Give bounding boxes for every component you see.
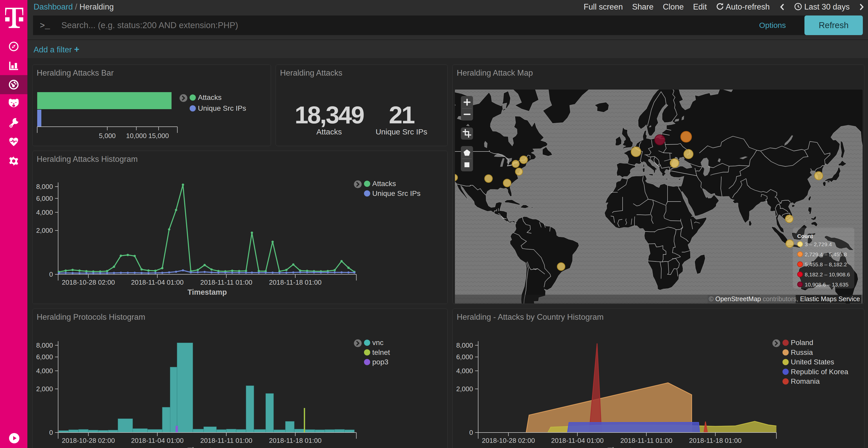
svg-text:2018-11-11 01:00: 2018-11-11 01:00 — [620, 437, 672, 444]
svg-text:United States: United States — [791, 358, 834, 366]
svg-text:2018-10-28 02:00: 2018-10-28 02:00 — [62, 278, 115, 286]
svg-text:0: 0 — [49, 271, 53, 278]
svg-text:5,000: 5,000 — [99, 132, 116, 140]
svg-text:8,000: 8,000 — [36, 341, 53, 349]
svg-text:2,729.4 – 5,455.8: 2,729.4 – 5,455.8 — [805, 251, 847, 257]
svg-text:2018-10-28 02:00: 2018-10-28 02:00 — [62, 437, 115, 444]
svg-text:© OpenStreetMap contributors,: © OpenStreetMap contributors, Elastic Ma… — [709, 295, 860, 303]
svg-text:Russia: Russia — [791, 348, 813, 356]
svg-text:4,000: 4,000 — [36, 208, 53, 216]
svg-text:Unique Src IPs: Unique Src IPs — [372, 189, 421, 198]
svg-text:2018-11-11 01:00: 2018-11-11 01:00 — [200, 278, 252, 286]
svg-text:0: 0 — [49, 428, 53, 436]
svg-text:pop3: pop3 — [372, 358, 388, 366]
svg-text:Count: Count — [797, 233, 813, 239]
svg-text:Timestamp: Timestamp — [188, 446, 227, 448]
svg-text:2018-11-04 01:00: 2018-11-04 01:00 — [131, 437, 183, 444]
svg-text:5,455.8 – 8,182.2: 5,455.8 – 8,182.2 — [805, 262, 847, 267]
svg-text:vnc: vnc — [372, 339, 383, 347]
svg-text:Unique Src IPs: Unique Src IPs — [198, 104, 246, 112]
svg-text:2018-11-18 01:00: 2018-11-18 01:00 — [269, 437, 321, 444]
svg-text:Attacks: Attacks — [198, 94, 222, 101]
svg-text:Poland: Poland — [791, 339, 813, 347]
svg-text:2018-11-11 01:00: 2018-11-11 01:00 — [200, 437, 252, 444]
svg-text:6,000: 6,000 — [36, 195, 53, 202]
svg-text:Timestamp: Timestamp — [608, 446, 647, 448]
svg-text:4,000: 4,000 — [36, 367, 53, 375]
svg-text:2018-10-28 02:00: 2018-10-28 02:00 — [482, 437, 535, 444]
svg-text:4,000: 4,000 — [456, 367, 473, 375]
svg-text:Timestamp: Timestamp — [188, 288, 227, 296]
svg-text:8,182.2 – 10,908.6: 8,182.2 – 10,908.6 — [805, 272, 850, 277]
svg-text:2018-11-04 01:00: 2018-11-04 01:00 — [551, 437, 603, 444]
svg-text:telnet: telnet — [372, 348, 390, 356]
svg-text:3 – 2,729.4: 3 – 2,729.4 — [805, 241, 832, 247]
svg-text:8,000: 8,000 — [36, 183, 53, 191]
svg-text:Republic of Korea: Republic of Korea — [791, 368, 848, 376]
svg-text:2,000: 2,000 — [36, 385, 53, 393]
svg-text:2018-11-18 01:00: 2018-11-18 01:00 — [269, 278, 321, 286]
svg-text:10,908.6 – 13,635: 10,908.6 – 13,635 — [805, 281, 848, 287]
svg-text:Romania: Romania — [791, 377, 820, 385]
svg-text:2018-11-18 01:00: 2018-11-18 01:00 — [689, 437, 741, 444]
svg-text:Attacks: Attacks — [372, 180, 396, 187]
svg-text:15,000: 15,000 — [148, 132, 169, 140]
svg-text:2,000: 2,000 — [36, 227, 53, 234]
svg-text:10,000: 10,000 — [126, 132, 147, 140]
svg-text:6,000: 6,000 — [456, 353, 473, 361]
svg-text:6,000: 6,000 — [36, 353, 53, 361]
svg-text:2018-11-04 01:00: 2018-11-04 01:00 — [131, 278, 183, 286]
svg-text:0: 0 — [469, 428, 473, 436]
svg-text:8,000: 8,000 — [456, 341, 473, 349]
svg-text:2,000: 2,000 — [456, 385, 473, 393]
